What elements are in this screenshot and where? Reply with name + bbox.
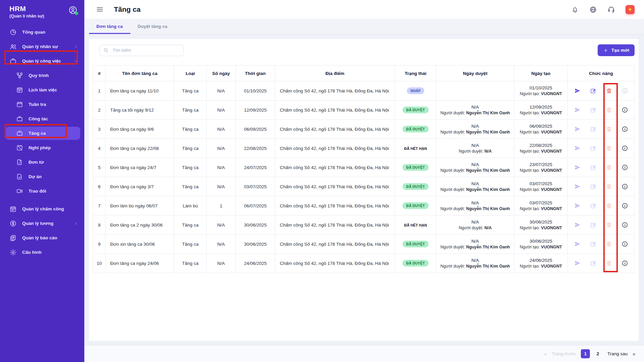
send-icon[interactable]: [574, 260, 581, 267]
edit-icon[interactable]: [590, 87, 597, 94]
info-icon[interactable]: [621, 126, 628, 132]
row-time: 01/10/2025: [236, 81, 275, 100]
column-header: Địa điểm: [275, 66, 395, 81]
sidebar-item-quy-trinh[interactable]: Quy trình: [0, 68, 84, 83]
sidebar-item-quan-ly-cong-viec[interactable]: Quản lý công việc: [0, 54, 84, 68]
info-icon[interactable]: [621, 107, 628, 113]
row-name: Tăng ca tối ngày 9/12: [105, 100, 174, 120]
pie-chart-icon: [9, 29, 17, 36]
send-icon[interactable]: [574, 164, 581, 171]
edit-icon[interactable]: [590, 222, 597, 228]
menu-icon[interactable]: [96, 5, 104, 13]
trash-icon[interactable]: [606, 183, 612, 190]
send-icon[interactable]: [574, 222, 581, 228]
send-icon[interactable]: [574, 126, 581, 132]
chevron-right-icon: [74, 44, 78, 49]
next-page-button[interactable]: Trang sau: [607, 351, 628, 356]
document-check-icon: [16, 173, 23, 180]
row-location: Chấm công Số 42, ngõ 178 Thái Hà, Đống Đ…: [275, 100, 395, 120]
row-index: 2: [93, 100, 105, 120]
prev-page-arrow[interactable]: «: [544, 351, 547, 357]
avatar[interactable]: [68, 5, 78, 15]
sidebar-item-label: Quản lý chấm công: [22, 206, 64, 211]
sidebar-item-don-tu[interactable]: Đơn từ: [0, 155, 84, 169]
row-approve: N/ANgười duyệt: Nguyễn Thị Kim Oanh: [436, 100, 514, 120]
sidebar-item-du-an[interactable]: Dự án: [0, 169, 84, 184]
headset-icon[interactable]: [607, 6, 615, 13]
tab-don-tang-ca[interactable]: Đơn tăng ca: [89, 19, 130, 34]
edit-icon[interactable]: [590, 260, 597, 267]
send-icon[interactable]: [574, 241, 581, 247]
row-approve: N/ANgười duyệt: Nguyễn Thị Kim Oanh: [436, 120, 514, 139]
prev-page-button[interactable]: Trang trước: [552, 351, 576, 356]
info-icon[interactable]: [621, 164, 628, 171]
sidebar-item-trao-doi[interactable]: Trao đổi: [0, 184, 84, 198]
column-header: Ngày tạo: [514, 66, 568, 81]
topbar: Tăng ca ★: [84, 0, 644, 19]
table-row: 9Đơn xin tăng ca 30/06Tăng caN/A30/06/20…: [93, 235, 635, 254]
sidebar-item-quan-ly-bao-cao[interactable]: Quản lý báo cáo: [0, 231, 84, 245]
status-text: ĐÃ HẾT HẠN: [404, 223, 427, 227]
trash-icon[interactable]: [606, 126, 612, 132]
trash-icon[interactable]: [606, 202, 612, 209]
edit-icon[interactable]: [590, 107, 597, 113]
info-icon[interactable]: [621, 241, 628, 247]
edit-icon[interactable]: [590, 202, 597, 209]
row-actions: [568, 254, 635, 273]
info-icon[interactable]: [621, 202, 628, 209]
create-button[interactable]: Tạo mới: [598, 44, 635, 56]
edit-icon[interactable]: [590, 241, 597, 247]
edit-icon[interactable]: [590, 145, 597, 152]
info-icon[interactable]: [621, 260, 628, 267]
edit-icon[interactable]: [590, 183, 597, 190]
row-time: 03/07/2025: [236, 177, 275, 196]
column-header: Tên đơn tăng ca: [105, 66, 174, 81]
page-button-2[interactable]: 2: [593, 349, 602, 358]
sidebar-item-cong-tac[interactable]: Công tác: [0, 112, 84, 126]
trash-icon[interactable]: [606, 87, 612, 94]
send-icon[interactable]: [574, 183, 581, 190]
sidebar-item-tong-quan[interactable]: Tổng quan: [0, 25, 84, 39]
trash-icon[interactable]: [606, 145, 612, 152]
bell-icon[interactable]: [571, 6, 579, 13]
next-page-arrow[interactable]: »: [633, 351, 635, 357]
chevron-down-icon: [74, 59, 78, 64]
info-icon[interactable]: [621, 222, 628, 228]
info-icon[interactable]: [621, 145, 628, 152]
sidebar-item-nghi-phep[interactable]: Nghỉ phép: [0, 140, 84, 155]
search-input[interactable]: [112, 47, 180, 53]
sidebar-item-tang-ca[interactable]: Tăng ca: [5, 127, 80, 140]
column-header: Thời gian: [236, 66, 275, 81]
info-icon[interactable]: [621, 87, 628, 94]
sidebar-item-quan-ly-nhan-su[interactable]: Quản lý nhân sự: [0, 39, 84, 54]
row-index: 7: [93, 196, 105, 215]
send-icon[interactable]: [574, 145, 581, 152]
sidebar-item-tuan-tra[interactable]: Tuần tra: [0, 97, 84, 112]
sidebar-item-quan-ly-cham-cong[interactable]: Quản lý chấm công: [0, 202, 84, 216]
tab-duyet-tang-ca[interactable]: Duyệt tăng ca: [130, 19, 175, 34]
status-badge: ĐÃ DUYỆT: [402, 241, 428, 247]
row-days: 1: [207, 196, 236, 215]
send-icon[interactable]: [574, 202, 581, 209]
dollar-icon: [9, 220, 17, 227]
page-button-1[interactable]: 1: [581, 349, 590, 358]
send-icon[interactable]: [574, 107, 581, 113]
sidebar-item-cau-hinh[interactable]: Cấu hình: [0, 245, 84, 259]
trash-icon[interactable]: [606, 107, 612, 113]
trash-icon[interactable]: [606, 222, 612, 228]
send-icon[interactable]: [574, 87, 581, 94]
page-numbers: 12: [581, 349, 602, 358]
sidebar-item-lich-lam-viec[interactable]: Lịch làm việc: [0, 83, 84, 97]
flag-vn-icon[interactable]: ★: [626, 5, 635, 14]
row-actions: [568, 139, 635, 158]
edit-icon[interactable]: [590, 126, 597, 132]
app-title: HRM: [9, 5, 78, 13]
info-icon[interactable]: [621, 183, 628, 190]
video-icon: [16, 188, 23, 195]
sidebar-item-quan-ly-luong[interactable]: Quản lý lương: [0, 216, 84, 231]
edit-icon[interactable]: [590, 164, 597, 171]
trash-icon[interactable]: [606, 241, 612, 247]
globe-icon[interactable]: [589, 6, 597, 13]
trash-icon[interactable]: [606, 260, 612, 267]
trash-icon[interactable]: [606, 164, 612, 171]
